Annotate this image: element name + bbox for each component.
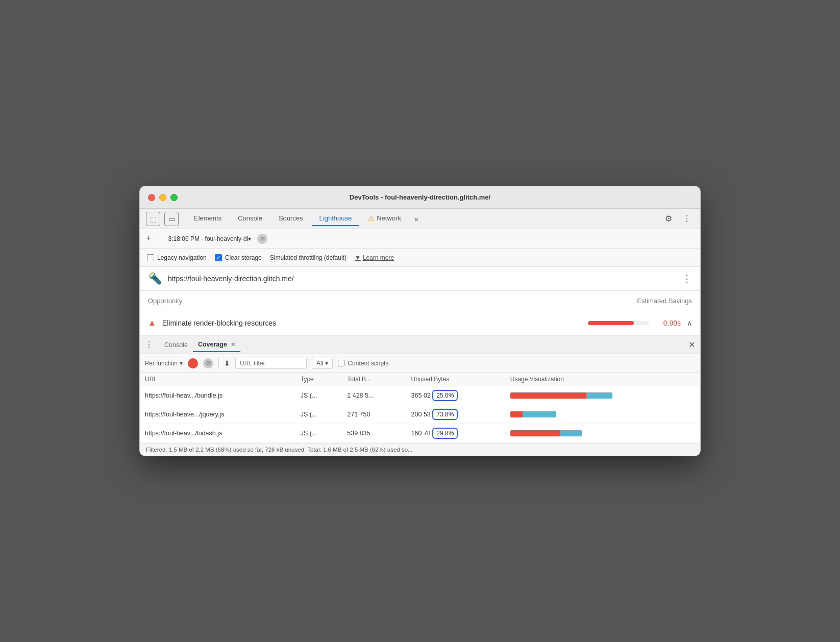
cell-url: https://foul-heav.../bundle.js [140,386,295,405]
usage-unused [586,392,612,399]
devtools-toolbar: + 3:18:06 PM - foul-heavenly-di▾ ⊘ [140,229,700,249]
add-button[interactable]: + [146,233,152,244]
cell-type: JS (... [295,424,342,443]
content-scripts-label[interactable]: Content scripts [338,360,388,367]
close-button[interactable] [148,194,155,201]
all-dropdown[interactable]: All ▾ [312,358,333,369]
usage-bar-container [510,430,695,436]
clear-button[interactable]: ⊘ [203,358,213,368]
cell-total: 271 750 [342,405,406,424]
panel-menu-icon[interactable]: ⋮ [145,340,153,350]
stop-button[interactable]: ⊘ [257,234,267,244]
tab-lighthouse[interactable]: Lighthouse [312,211,359,226]
opportunity-bar-fill [588,321,634,325]
legacy-nav-label[interactable]: Legacy navigation [147,254,207,261]
content-scripts-text: Content scripts [348,360,388,367]
cursor-icon[interactable]: ⬚ [146,212,160,226]
learn-more-button[interactable]: ▼ Learn more [355,254,394,261]
cell-type: JS (... [295,386,342,405]
opportunity-savings: 0.90s [655,319,681,327]
usage-bar [510,411,556,417]
more-tabs-button[interactable]: » [410,213,423,225]
clear-storage-checkbox[interactable]: ✓ [215,254,222,261]
stop-icon: ⊘ [260,235,265,242]
opportunity-warning-icon: ▲ [148,318,156,328]
time-text: 3:18:06 PM - foul-heavenly-di▾ [168,235,252,242]
tab-network[interactable]: ⚠ Network [361,211,408,227]
toolbar-sep [160,234,160,244]
usage-unused [560,430,582,436]
coverage-toolbar: Per function ▾ ⊘ ⬇ All ▾ Content scripts [140,354,700,373]
download-button[interactable]: ⬇ [224,359,230,367]
cell-total: 539 835 [342,424,406,443]
usage-bar-container [510,411,695,417]
panel-tab-coverage[interactable]: Coverage ✕ [193,338,240,352]
per-function-dropdown[interactable]: Per function ▾ [145,360,183,367]
url-display: https://foul-heavenly-direction.glitch.m… [168,275,676,283]
table-row[interactable]: https://foul-heav.../lodash.js JS (... 5… [140,424,700,443]
usage-bar [510,430,582,436]
cell-unused: 160 78 29.8% [406,424,505,443]
cell-unused: 365 02 25.6% [406,386,505,405]
optionsbar: Legacy navigation ✓ Clear storage Simula… [140,249,700,267]
opportunity-bar [588,321,649,325]
tabs: Elements Console Sources Lighthouse ⚠ Ne… [187,211,661,227]
content-scripts-checkbox[interactable] [338,360,344,366]
table-row[interactable]: https://foul-heav.../bundle.js JS (... 1… [140,386,700,405]
legacy-nav-text: Legacy navigation [157,254,207,261]
more-options-button[interactable]: ⋮ [680,212,694,226]
clear-storage-label[interactable]: ✓ Clear storage [215,254,262,261]
col-viz[interactable]: Usage Visualization [505,373,700,386]
panel-tab-close-icon[interactable]: ✕ [231,341,235,348]
settings-button[interactable]: ⚙ [661,212,676,226]
statusbar-text: Filtered: 1.5 MB of 2.2 MB (68%) used so… [146,447,413,453]
cell-total: 1 428 5... [342,386,406,405]
dropdown-arrow-icon: ▼ [355,254,361,261]
pct-badge: 25.6% [432,390,458,401]
per-function-label: Per function [145,360,178,367]
opportunity-label: Opportunity [148,297,182,305]
all-label: All [316,360,323,367]
col-unused[interactable]: Unused Bytes [406,373,505,386]
clear-storage-text: Clear storage [225,254,262,261]
statusbar: Filtered: 1.5 MB of 2.2 MB (68%) used so… [140,443,700,456]
coverage-table: URL Type Total B... Unused Bytes Usage V… [140,373,700,443]
learn-more-text: Learn more [363,254,394,261]
url-filter-input[interactable] [235,358,307,369]
usage-used [510,411,523,417]
window-title: DevTools - foul-heavenly-direction.glitc… [350,193,490,201]
col-url[interactable]: URL [140,373,295,386]
url-menu-button[interactable]: ⋮ [682,273,692,284]
all-arrow-icon: ▾ [325,360,328,367]
titlebar: DevTools - foul-heavenly-direction.glitc… [140,186,700,209]
col-type[interactable]: Type [295,373,342,386]
opportunity-row[interactable]: ▲ Eliminate render-blocking resources 0.… [140,311,700,336]
panel-close-button[interactable]: ✕ [688,340,695,350]
tab-sources[interactable]: Sources [271,211,310,226]
traffic-lights [148,194,178,201]
col-total[interactable]: Total B... [342,373,406,386]
record-button[interactable] [188,358,198,368]
legacy-nav-checkbox[interactable] [147,254,154,261]
panel-tabbar: ⋮ Console Coverage ✕ ✕ [140,336,700,354]
opportunity-header: Opportunity Estimated Savings [140,291,700,311]
cell-url: https://foul-heave.../jquery.js [140,405,295,424]
throttling-text: Simulated throttling (default) [270,254,347,261]
cell-viz [505,424,700,443]
usage-bar [510,392,612,399]
savings-label: Estimated Savings [637,297,692,305]
panel-tab-coverage-label: Coverage [198,341,227,348]
devtools-window: DevTools - foul-heavenly-direction.glitc… [139,186,701,456]
cell-viz [505,405,700,424]
usage-unused [523,411,556,417]
tab-console[interactable]: Console [231,211,269,226]
minimize-button[interactable] [159,194,166,201]
panel-tab-console[interactable]: Console [159,338,193,352]
cov-separator [218,358,219,368]
mobile-icon[interactable]: ▭ [164,212,179,226]
maximize-button[interactable] [170,194,178,201]
opportunity-title: Eliminate render-blocking resources [162,319,582,327]
tab-elements[interactable]: Elements [187,211,229,226]
expand-icon[interactable]: ∧ [687,319,692,327]
table-row[interactable]: https://foul-heave.../jquery.js JS (... … [140,405,700,424]
